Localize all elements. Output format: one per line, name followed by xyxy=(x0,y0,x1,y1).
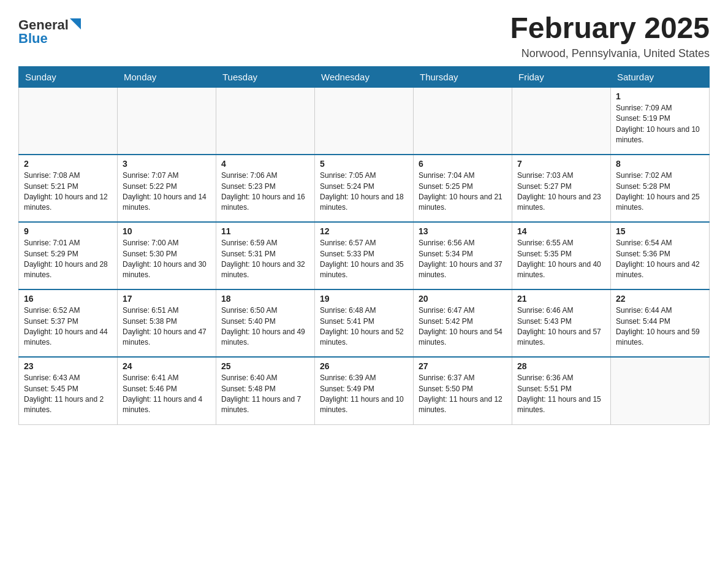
calendar-day-cell xyxy=(216,87,315,155)
day-info: Sunrise: 6:55 AM Sunset: 5:35 PM Dayligh… xyxy=(517,238,605,281)
day-number: 1 xyxy=(616,91,704,101)
calendar-day-cell xyxy=(512,87,611,155)
logo-blue-text: Blue xyxy=(18,32,48,45)
day-info: Sunrise: 6:57 AM Sunset: 5:33 PM Dayligh… xyxy=(320,238,408,281)
day-number: 27 xyxy=(419,361,507,371)
title-area: February 2025 Norwood, Pennsylvania, Uni… xyxy=(510,12,710,60)
calendar-week-row: 16Sunrise: 6:52 AM Sunset: 5:37 PM Dayli… xyxy=(19,289,710,357)
calendar-day-cell: 10Sunrise: 7:00 AM Sunset: 5:30 PM Dayli… xyxy=(118,222,216,289)
calendar-header-thursday: Thursday xyxy=(414,66,512,87)
day-number: 21 xyxy=(517,294,605,304)
day-number: 2 xyxy=(24,159,112,169)
svg-marker-0 xyxy=(70,18,81,29)
day-info: Sunrise: 7:08 AM Sunset: 5:21 PM Dayligh… xyxy=(24,170,112,213)
day-number: 6 xyxy=(419,159,507,169)
day-number: 3 xyxy=(123,159,211,169)
calendar-day-cell: 25Sunrise: 6:40 AM Sunset: 5:48 PM Dayli… xyxy=(216,357,315,424)
page-header: General Blue February 2025 Norwood, Penn… xyxy=(18,12,710,60)
day-number: 23 xyxy=(24,361,112,371)
calendar-week-row: 23Sunrise: 6:43 AM Sunset: 5:45 PM Dayli… xyxy=(19,357,710,424)
day-info: Sunrise: 7:04 AM Sunset: 5:25 PM Dayligh… xyxy=(419,170,507,213)
calendar-day-cell: 28Sunrise: 6:36 AM Sunset: 5:51 PM Dayli… xyxy=(512,357,611,424)
day-info: Sunrise: 6:46 AM Sunset: 5:43 PM Dayligh… xyxy=(517,305,605,348)
calendar-day-cell xyxy=(414,87,512,155)
calendar-day-cell: 11Sunrise: 6:59 AM Sunset: 5:31 PM Dayli… xyxy=(216,222,315,289)
day-number: 15 xyxy=(616,226,704,236)
day-info: Sunrise: 6:48 AM Sunset: 5:41 PM Dayligh… xyxy=(320,305,408,348)
calendar-header-wednesday: Wednesday xyxy=(315,66,414,87)
calendar-week-row: 9Sunrise: 7:01 AM Sunset: 5:29 PM Daylig… xyxy=(19,222,710,289)
calendar-day-cell: 18Sunrise: 6:50 AM Sunset: 5:40 PM Dayli… xyxy=(216,289,315,357)
calendar-day-cell: 3Sunrise: 7:07 AM Sunset: 5:22 PM Daylig… xyxy=(118,155,216,222)
calendar-day-cell: 24Sunrise: 6:41 AM Sunset: 5:46 PM Dayli… xyxy=(118,357,216,424)
calendar-day-cell: 5Sunrise: 7:05 AM Sunset: 5:24 PM Daylig… xyxy=(315,155,414,222)
day-info: Sunrise: 6:56 AM Sunset: 5:34 PM Dayligh… xyxy=(419,238,507,281)
day-info: Sunrise: 7:01 AM Sunset: 5:29 PM Dayligh… xyxy=(24,238,112,281)
day-info: Sunrise: 7:06 AM Sunset: 5:23 PM Dayligh… xyxy=(221,170,309,213)
calendar-header-sunday: Sunday xyxy=(19,66,118,87)
calendar-day-cell: 19Sunrise: 6:48 AM Sunset: 5:41 PM Dayli… xyxy=(315,289,414,357)
logo: General Blue xyxy=(18,18,81,45)
day-number: 8 xyxy=(616,159,704,169)
day-number: 24 xyxy=(123,361,211,371)
day-info: Sunrise: 7:00 AM Sunset: 5:30 PM Dayligh… xyxy=(123,238,211,281)
day-info: Sunrise: 7:07 AM Sunset: 5:22 PM Dayligh… xyxy=(123,170,211,213)
day-info: Sunrise: 6:47 AM Sunset: 5:42 PM Dayligh… xyxy=(419,305,507,348)
day-number: 26 xyxy=(320,361,408,371)
calendar-day-cell: 6Sunrise: 7:04 AM Sunset: 5:25 PM Daylig… xyxy=(414,155,512,222)
day-info: Sunrise: 6:37 AM Sunset: 5:50 PM Dayligh… xyxy=(419,373,507,416)
day-info: Sunrise: 6:40 AM Sunset: 5:48 PM Dayligh… xyxy=(221,373,309,416)
calendar-table: SundayMondayTuesdayWednesdayThursdayFrid… xyxy=(18,66,710,425)
month-title: February 2025 xyxy=(510,12,710,45)
day-number: 19 xyxy=(320,294,408,304)
day-info: Sunrise: 6:51 AM Sunset: 5:38 PM Dayligh… xyxy=(123,305,211,348)
calendar-day-cell xyxy=(611,357,710,424)
day-info: Sunrise: 7:05 AM Sunset: 5:24 PM Dayligh… xyxy=(320,170,408,213)
calendar-day-cell: 27Sunrise: 6:37 AM Sunset: 5:50 PM Dayli… xyxy=(414,357,512,424)
calendar-header-friday: Friday xyxy=(512,66,611,87)
day-number: 16 xyxy=(24,294,112,304)
calendar-day-cell: 16Sunrise: 6:52 AM Sunset: 5:37 PM Dayli… xyxy=(19,289,118,357)
day-info: Sunrise: 6:39 AM Sunset: 5:49 PM Dayligh… xyxy=(320,373,408,416)
calendar-day-cell: 2Sunrise: 7:08 AM Sunset: 5:21 PM Daylig… xyxy=(19,155,118,222)
day-number: 28 xyxy=(517,361,605,371)
day-number: 9 xyxy=(24,226,112,236)
day-info: Sunrise: 6:52 AM Sunset: 5:37 PM Dayligh… xyxy=(24,305,112,348)
calendar-week-row: 1Sunrise: 7:09 AM Sunset: 5:19 PM Daylig… xyxy=(19,87,710,155)
day-number: 13 xyxy=(419,226,507,236)
day-info: Sunrise: 6:50 AM Sunset: 5:40 PM Dayligh… xyxy=(221,305,309,348)
calendar-header-saturday: Saturday xyxy=(611,66,710,87)
day-info: Sunrise: 6:59 AM Sunset: 5:31 PM Dayligh… xyxy=(221,238,309,281)
calendar-day-cell: 15Sunrise: 6:54 AM Sunset: 5:36 PM Dayli… xyxy=(611,222,710,289)
day-number: 18 xyxy=(221,294,309,304)
calendar-day-cell xyxy=(19,87,118,155)
location-text: Norwood, Pennsylvania, United States xyxy=(510,47,710,60)
day-info: Sunrise: 6:54 AM Sunset: 5:36 PM Dayligh… xyxy=(616,238,704,281)
calendar-day-cell: 21Sunrise: 6:46 AM Sunset: 5:43 PM Dayli… xyxy=(512,289,611,357)
day-info: Sunrise: 6:44 AM Sunset: 5:44 PM Dayligh… xyxy=(616,305,704,348)
calendar-day-cell: 23Sunrise: 6:43 AM Sunset: 5:45 PM Dayli… xyxy=(19,357,118,424)
calendar-header-row: SundayMondayTuesdayWednesdayThursdayFrid… xyxy=(19,66,710,87)
calendar-day-cell: 17Sunrise: 6:51 AM Sunset: 5:38 PM Dayli… xyxy=(118,289,216,357)
day-info: Sunrise: 7:03 AM Sunset: 5:27 PM Dayligh… xyxy=(517,170,605,213)
calendar-header-monday: Monday xyxy=(118,66,216,87)
calendar-day-cell: 1Sunrise: 7:09 AM Sunset: 5:19 PM Daylig… xyxy=(611,87,710,155)
calendar-day-cell: 26Sunrise: 6:39 AM Sunset: 5:49 PM Dayli… xyxy=(315,357,414,424)
calendar-day-cell: 4Sunrise: 7:06 AM Sunset: 5:23 PM Daylig… xyxy=(216,155,315,222)
calendar-day-cell xyxy=(118,87,216,155)
day-number: 17 xyxy=(123,294,211,304)
day-info: Sunrise: 7:09 AM Sunset: 5:19 PM Dayligh… xyxy=(616,103,704,146)
logo-arrow-icon xyxy=(70,18,81,29)
day-number: 14 xyxy=(517,226,605,236)
day-info: Sunrise: 7:02 AM Sunset: 5:28 PM Dayligh… xyxy=(616,170,704,213)
calendar-day-cell: 12Sunrise: 6:57 AM Sunset: 5:33 PM Dayli… xyxy=(315,222,414,289)
day-info: Sunrise: 6:41 AM Sunset: 5:46 PM Dayligh… xyxy=(123,373,211,416)
calendar-day-cell: 9Sunrise: 7:01 AM Sunset: 5:29 PM Daylig… xyxy=(19,222,118,289)
day-number: 10 xyxy=(123,226,211,236)
day-number: 22 xyxy=(616,294,704,304)
calendar-day-cell xyxy=(315,87,414,155)
calendar-day-cell: 7Sunrise: 7:03 AM Sunset: 5:27 PM Daylig… xyxy=(512,155,611,222)
calendar-day-cell: 14Sunrise: 6:55 AM Sunset: 5:35 PM Dayli… xyxy=(512,222,611,289)
day-number: 7 xyxy=(517,159,605,169)
calendar-week-row: 2Sunrise: 7:08 AM Sunset: 5:21 PM Daylig… xyxy=(19,155,710,222)
